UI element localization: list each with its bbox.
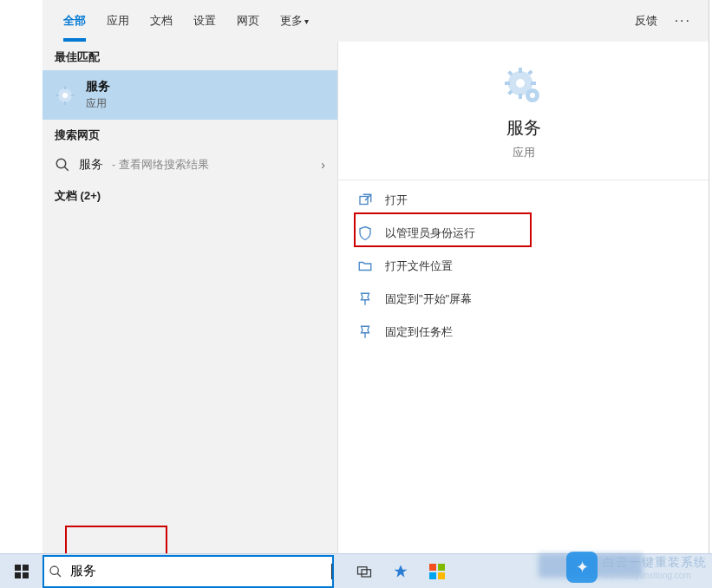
- svg-rect-26: [23, 572, 29, 578]
- tab-more[interactable]: 更多▾: [270, 0, 319, 42]
- shield-admin-icon: [357, 225, 373, 241]
- action-open[interactable]: 打开: [338, 184, 709, 217]
- search-icon: [55, 157, 70, 173]
- svg-rect-29: [358, 566, 368, 573]
- action-run-admin-label: 以管理员身份运行: [385, 225, 475, 241]
- more-options-icon[interactable]: ···: [668, 13, 698, 29]
- search-icon: [44, 565, 67, 578]
- pin-start-icon: [357, 291, 373, 307]
- action-run-admin[interactable]: 以管理员身份运行: [338, 217, 709, 250]
- tab-apps[interactable]: 应用: [96, 0, 140, 42]
- web-hint-text: - 查看网络搜索结果: [112, 158, 209, 173]
- svg-rect-4: [56, 95, 59, 96]
- svg-point-6: [56, 159, 66, 168]
- svg-rect-3: [64, 101, 66, 105]
- svg-rect-30: [362, 569, 371, 576]
- filter-tabs: 全部 应用 文档 设置 网页 更多▾ 反馈 ···: [42, 0, 709, 42]
- action-open-location[interactable]: 打开文件位置: [338, 250, 709, 283]
- svg-line-28: [57, 573, 61, 577]
- svg-rect-2: [64, 86, 66, 89]
- chevron-right-icon: ›: [321, 158, 325, 172]
- chevron-down-icon: ▾: [304, 16, 309, 26]
- action-pin-taskbar[interactable]: 固定到任务栏: [338, 316, 709, 349]
- svg-rect-10: [519, 68, 522, 73]
- svg-rect-31: [429, 564, 436, 571]
- search-input[interactable]: [67, 564, 333, 578]
- svg-point-19: [530, 93, 535, 98]
- text-caret: [331, 564, 332, 579]
- taskbar-search-box[interactable]: [42, 555, 334, 588]
- details-pane: 服务 应用 打开 以管理员身份运行 打开文件位置 固定到"开始: [337, 42, 709, 555]
- windows-logo-icon: [15, 565, 29, 578]
- detail-title: 服务: [338, 116, 709, 140]
- svg-point-9: [516, 79, 525, 88]
- best-match-header: 最佳匹配: [42, 42, 337, 70]
- folder-location-icon: [357, 258, 373, 274]
- detail-subtitle: 应用: [338, 145, 709, 160]
- best-match-item[interactable]: 服务 应用: [42, 70, 337, 120]
- search-web-header: 搜索网页: [42, 120, 337, 148]
- tab-documents[interactable]: 文档: [140, 0, 183, 42]
- best-match-title: 服务: [86, 79, 110, 95]
- taskbar-app-2-icon[interactable]: [419, 554, 455, 589]
- open-icon: [357, 193, 373, 208]
- best-match-subtitle: 应用: [86, 96, 110, 111]
- tab-web[interactable]: 网页: [226, 0, 270, 42]
- documents-header[interactable]: 文档 (2+): [42, 181, 337, 211]
- taskbar-app-1-icon[interactable]: [382, 554, 419, 589]
- svg-rect-24: [23, 565, 29, 571]
- action-open-location-label: 打开文件位置: [385, 258, 453, 274]
- services-gear-icon: [55, 85, 75, 106]
- svg-point-1: [62, 93, 68, 98]
- action-open-label: 打开: [385, 193, 408, 208]
- svg-rect-20: [360, 197, 368, 205]
- svg-point-27: [50, 566, 58, 574]
- watermark-line1: 白云一键重装系统: [603, 555, 707, 571]
- results-list: 最佳匹配 服务 应用 搜索网页 服务 - 查看网络搜索结果 › 文档 (2+): [42, 42, 337, 555]
- svg-rect-13: [531, 82, 536, 85]
- feedback-link[interactable]: 反馈: [624, 13, 668, 29]
- svg-line-7: [64, 167, 69, 171]
- task-view-icon[interactable]: [346, 554, 382, 589]
- tab-settings[interactable]: 设置: [183, 0, 226, 42]
- web-query-text: 服务: [79, 157, 103, 173]
- watermark-logo-icon: ✦: [566, 552, 598, 583]
- svg-rect-32: [438, 564, 445, 571]
- action-pin-taskbar-label: 固定到任务栏: [385, 324, 453, 340]
- app-large-gear-icon: [503, 66, 545, 108]
- pin-taskbar-icon: [357, 324, 373, 340]
- svg-rect-23: [15, 565, 21, 571]
- svg-rect-34: [438, 572, 445, 579]
- web-search-row[interactable]: 服务 - 查看网络搜索结果 ›: [42, 148, 337, 181]
- svg-rect-5: [71, 95, 75, 96]
- svg-rect-33: [429, 572, 436, 579]
- action-pin-start-label: 固定到"开始"屏幕: [385, 291, 472, 307]
- start-button[interactable]: [0, 554, 42, 589]
- action-pin-start[interactable]: 固定到"开始"屏幕: [338, 283, 709, 316]
- watermark: ✦ 白云一键重装系统 www.baiyunxitong.com: [566, 552, 707, 583]
- search-results-panel: 全部 应用 文档 设置 网页 更多▾ 反馈 ··· 最佳匹配 服务 应用 搜索网…: [42, 0, 709, 555]
- watermark-line2: www.baiyunxitong.com: [603, 571, 707, 580]
- tab-all[interactable]: 全部: [53, 0, 96, 42]
- action-list: 打开 以管理员身份运行 打开文件位置 固定到"开始"屏幕 固定到任务栏: [338, 180, 709, 352]
- svg-rect-11: [519, 94, 522, 99]
- svg-rect-25: [15, 572, 21, 578]
- svg-rect-12: [505, 82, 510, 85]
